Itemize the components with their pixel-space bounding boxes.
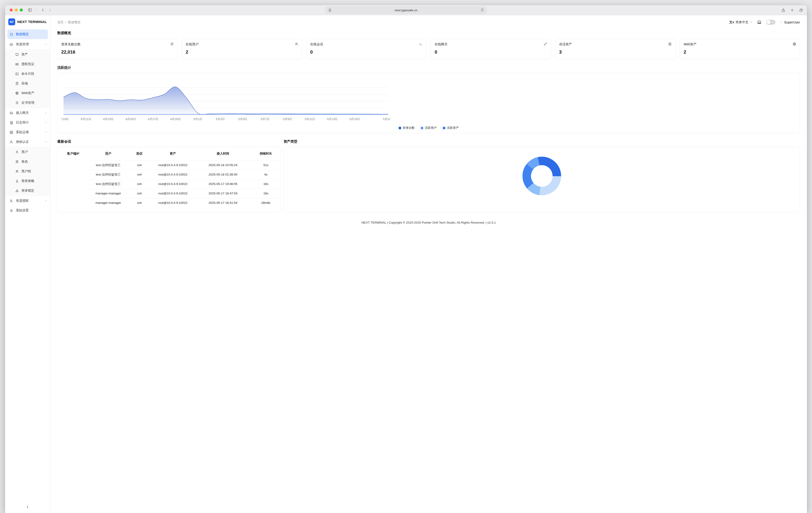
sidebar-item-roles[interactable]: 角色	[5, 157, 50, 167]
page-icon[interactable]	[328, 8, 332, 12]
sidebar-item-users[interactable]: 用户	[5, 147, 50, 157]
table-row[interactable]: test-法外狂徒张三sshroot@10.0.4.9:100222025-05…	[58, 170, 280, 179]
activity-area-chart[interactable]: 4月19日4月21日4月23日4月25日4月27日4月29日5月1日5月3日5月…	[62, 76, 406, 124]
column-header[interactable]: 持续时长	[251, 147, 280, 160]
column-header[interactable]: 用户	[89, 147, 128, 160]
user-group-icon	[15, 170, 19, 173]
table-cell: 2025-05-18 10:05:24	[195, 160, 251, 170]
svg-text:5月15日: 5月15日	[349, 118, 360, 121]
svg-text:5月1日: 5月1日	[193, 118, 202, 121]
table-cell: ssh	[128, 198, 151, 208]
monitor-icon	[15, 53, 19, 56]
table-cell: root@10.0.4.9:10022	[151, 170, 195, 179]
asset-types-title: 资产类型	[284, 140, 406, 144]
brand-title: NEXT TERMINAL	[17, 20, 47, 24]
sidebar-toggle-icon[interactable]	[28, 8, 32, 12]
sidebar-item-authorization[interactable]: 资源授权	[5, 196, 50, 206]
sidebar-item-assets[interactable]: 资产	[5, 50, 50, 59]
svg-text:4月27日: 4月27日	[148, 118, 158, 121]
sidebar-item-web-assets[interactable]: Web资产	[5, 88, 50, 98]
minimize-button[interactable]	[15, 8, 18, 11]
chevron-up-icon	[45, 43, 48, 46]
table-cell: 28m8s	[251, 198, 280, 208]
table-cell: ssh	[128, 170, 151, 179]
table-cell	[58, 160, 89, 170]
audit-icon	[9, 121, 13, 125]
ops-icon	[9, 130, 13, 134]
sidebar-item-certificates[interactable]: 证书管理	[5, 98, 50, 108]
stat-card-value: 0	[310, 50, 406, 55]
svg-text:5月7日: 5月7日	[261, 118, 269, 121]
shield-off-icon	[170, 42, 174, 46]
sidebar-item-storage[interactable]: 存储	[5, 79, 50, 88]
stat-card-0: 登录失败次数22,016	[57, 39, 178, 59]
table-cell: 51s	[251, 160, 280, 170]
svg-text:5月18日: 5月18日	[383, 118, 390, 121]
table-cell: root@10.0.4.9:10022	[151, 198, 195, 208]
sidebar-item-gateways[interactable]: 接入网关	[5, 108, 50, 118]
sidebar-item-label: 用户	[21, 150, 28, 154]
sessions-panel: 客户端IP用户协议资产接入时间持续时长test-法外狂徒张三sshroot@10…	[57, 147, 281, 213]
sidebar-item-ops[interactable]: 系统运维	[5, 127, 50, 137]
sidebar-submenu: 资产授权凭证命令片段存储Web资产证书管理	[5, 49, 50, 108]
sidebar-submenu: 用户角色用户组登录策略登录锁定	[5, 147, 50, 196]
sidebar-item-resources[interactable]: 资源管理	[5, 39, 50, 49]
svg-text:4月19日: 4月19日	[62, 118, 69, 121]
sidebar-item-label: 命令片段	[21, 72, 34, 76]
cloud-icon	[9, 42, 13, 47]
column-header[interactable]: 接入时间	[195, 147, 251, 160]
table-cell: 4s	[251, 170, 280, 179]
logo-badge: NT	[8, 19, 15, 25]
globe-icon	[15, 91, 19, 95]
column-header[interactable]: 协议	[128, 147, 151, 160]
main-content: 首页 / 数据概览 文A 简体中文	[50, 15, 406, 256]
table-cell: ssh	[128, 189, 151, 198]
sidebar-item-audit[interactable]: 日志审计	[5, 118, 50, 127]
table-cell: test-法外狂徒张三	[89, 160, 128, 170]
svg-text:5月9日: 5月9日	[283, 118, 292, 121]
sidebar-item-label: 授权凭证	[21, 62, 34, 66]
column-header[interactable]: 资产	[151, 147, 195, 160]
sidebar-item-label: 证书管理	[21, 101, 34, 105]
sidebar-item-settings[interactable]: 系统设置	[5, 206, 50, 215]
table-row[interactable]: manager-managersshroot@10.0.4.9:10022202…	[58, 189, 280, 198]
sidebar: NT NEXT TERMINAL 数据概览资源管理资产授权凭证命令片段存储Web…	[5, 15, 50, 256]
sidebar-item-user-groups[interactable]: 用户组	[5, 167, 50, 176]
address-bar[interactable]: next.typesafe.cn	[325, 7, 406, 13]
users-icon	[295, 42, 298, 46]
table-cell: 2025-05-18 02:38:00	[195, 170, 251, 179]
chevron-down-icon[interactable]	[35, 9, 38, 11]
forward-icon[interactable]	[48, 8, 52, 12]
chevron-down-icon	[45, 200, 48, 202]
sidebar-item-label: 身份认证	[16, 140, 29, 144]
breadcrumb-home[interactable]: 首页	[57, 20, 63, 24]
sidebar-item-login-policy[interactable]: 登录策略	[5, 176, 50, 186]
table-cell: test-法外狂徒张三	[89, 179, 128, 189]
table-row[interactable]: test-法外狂徒张三sshroot@10.0.4.9:100222025-05…	[58, 179, 280, 189]
table-cell: ssh	[128, 160, 151, 170]
column-header[interactable]: 客户端IP	[58, 147, 89, 160]
sidebar-item-login-lock[interactable]: 登录锁定	[5, 186, 50, 195]
sidebar-item-label: 角色	[21, 160, 28, 164]
svg-text:4月23日: 4月23日	[103, 118, 114, 121]
stat-card-value: 22,016	[61, 50, 174, 55]
table-row[interactable]: test-法外狂徒张三sshroot@10.0.4.9:100222025-05…	[58, 160, 280, 170]
legend-marker	[399, 127, 401, 129]
sidebar-item-label: 登录锁定	[21, 189, 34, 193]
close-button[interactable]	[10, 8, 13, 11]
url-text: next.typesafe.cn	[395, 8, 406, 12]
sidebar-item-snippets[interactable]: 命令片段	[5, 69, 50, 79]
back-icon[interactable]	[41, 8, 45, 12]
sidebar-item-dashboard[interactable]: 数据概览	[7, 29, 48, 39]
svg-text:5月3日: 5月3日	[216, 118, 225, 121]
sidebar-item-credentials[interactable]: 授权凭证	[5, 59, 50, 69]
stat-card-value: 2	[186, 50, 298, 55]
window-controls	[10, 8, 23, 11]
table-row[interactable]: manager-managersshroot@10.0.4.9:10022202…	[58, 198, 280, 208]
logo[interactable]: NT NEXT TERMINAL	[5, 15, 50, 28]
legend-item[interactable]: 登录次数	[399, 126, 406, 130]
zoom-button[interactable]	[20, 8, 23, 11]
stat-cards: 登录失败次数22,016在线用户2在线会话0在线网关0存活资产3Web资产2	[57, 39, 406, 59]
sidebar-item-identity[interactable]: 身份认证	[5, 137, 50, 147]
table-cell: 18s	[251, 189, 280, 198]
